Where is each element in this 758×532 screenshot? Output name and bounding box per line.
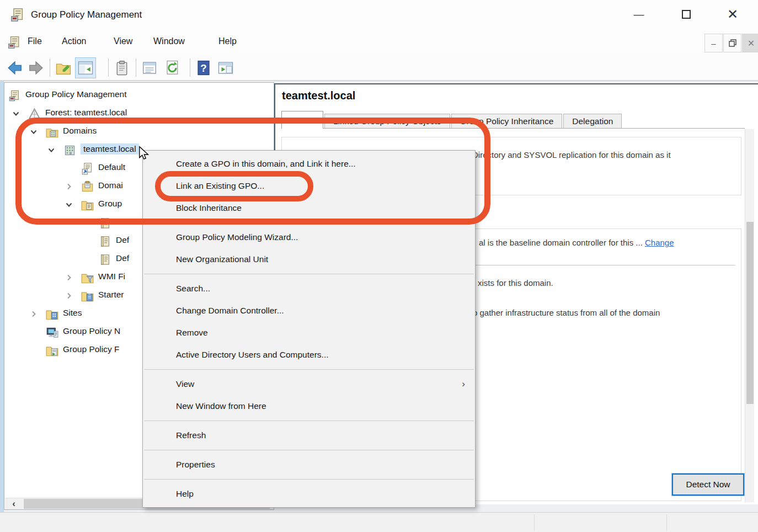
tree-item-label: Def bbox=[116, 253, 129, 263]
menu-item-label: New Window from Here bbox=[176, 401, 266, 411]
scroll-left-icon: ‹ bbox=[12, 498, 15, 509]
toolbar-separator bbox=[136, 58, 136, 77]
context-menu-item-new-organizational-unit[interactable]: New Organizational Unit bbox=[143, 248, 475, 270]
menu-item-label: Properties bbox=[176, 460, 215, 469]
menu-item-label: Help bbox=[176, 489, 194, 498]
context-menu-item-new-window-from-here[interactable]: New Window from Here bbox=[143, 395, 475, 417]
status-bar-divider bbox=[666, 514, 667, 531]
context-menu-item-active-directory-users-and-computers[interactable]: Active Directory Users and Computers... bbox=[143, 344, 475, 366]
tree-item-label: Sites bbox=[63, 308, 82, 318]
results-icon bbox=[46, 344, 58, 357]
mdi-close-icon: ✕ bbox=[748, 38, 755, 49]
expand-icon[interactable] bbox=[65, 273, 73, 282]
close-button[interactable]: ✕ bbox=[720, 3, 745, 25]
menu-separator bbox=[144, 450, 474, 450]
submenu-arrow-icon: › bbox=[462, 373, 465, 395]
gpo-icon bbox=[99, 253, 111, 266]
menu-item-label: New Organizational Unit bbox=[176, 254, 268, 264]
menu-item-label: Group Policy Modeling Wizard... bbox=[176, 232, 298, 242]
tree-item-label: Group Policy F bbox=[63, 344, 120, 354]
maximize-button[interactable] bbox=[674, 3, 698, 25]
modeling-icon bbox=[46, 326, 58, 339]
menu-file[interactable]: File bbox=[28, 36, 42, 46]
menu-view[interactable]: View bbox=[114, 36, 132, 46]
console-tree-icon[interactable] bbox=[77, 60, 94, 76]
scrollbar-thumb[interactable] bbox=[746, 222, 754, 404]
context-menu-item-remove[interactable]: Remove bbox=[143, 322, 475, 344]
menu-item-label: Remove bbox=[176, 328, 208, 337]
context-menu-item-refresh[interactable]: Refresh bbox=[143, 424, 475, 446]
context-menu-item-properties[interactable]: Properties bbox=[143, 454, 475, 476]
status-bar bbox=[0, 512, 758, 532]
export-icon[interactable] bbox=[55, 60, 72, 76]
properties-icon[interactable] bbox=[141, 60, 158, 76]
menu-separator bbox=[144, 369, 474, 370]
tree-item-label: Def bbox=[116, 235, 129, 245]
expand-icon[interactable] bbox=[65, 291, 73, 300]
vertical-scrollbar[interactable] bbox=[745, 129, 754, 502]
menu-help[interactable]: Help bbox=[218, 36, 237, 46]
menu-item-label: Active Directory Users and Computers... bbox=[176, 350, 329, 359]
wmi-icon bbox=[81, 272, 94, 284]
context-menu-item-view[interactable]: View› bbox=[143, 373, 475, 395]
annotation-highlight-link-existing-gpo bbox=[155, 171, 313, 201]
console-icon bbox=[7, 35, 22, 50]
collapse-icon[interactable] bbox=[12, 109, 20, 118]
toolbar: ? bbox=[0, 55, 758, 81]
sites-icon bbox=[46, 308, 58, 321]
restore-icon bbox=[729, 39, 736, 47]
scroll-left-button[interactable]: ‹ bbox=[5, 498, 23, 509]
mdi-close-button[interactable]: ✕ bbox=[742, 34, 758, 52]
minimize-button[interactable]: — bbox=[627, 3, 651, 25]
menu-item-label: Refresh bbox=[176, 430, 206, 440]
mdi-restore-button[interactable] bbox=[723, 34, 741, 52]
mdi-minimize-button[interactable]: – bbox=[704, 34, 723, 52]
status-exists-text: xists for this domain. bbox=[478, 278, 553, 288]
window-edge bbox=[0, 81, 4, 512]
context-menu-item-change-domain-controller[interactable]: Change Domain Controller... bbox=[143, 300, 475, 322]
close-icon: ✕ bbox=[727, 7, 738, 22]
starter-icon bbox=[81, 290, 94, 302]
menu-window[interactable]: Window bbox=[153, 36, 185, 46]
tree-item-group-policy-management[interactable]: Group Policy Management bbox=[4, 87, 273, 105]
menu-separator bbox=[144, 479, 474, 480]
expand-icon[interactable] bbox=[29, 310, 38, 318]
refresh-icon[interactable] bbox=[164, 60, 181, 76]
tab-delegation[interactable]: Delegation bbox=[563, 114, 622, 129]
toolbar-separator bbox=[50, 58, 50, 77]
new-window-icon[interactable] bbox=[217, 60, 234, 76]
menu-separator bbox=[144, 274, 474, 274]
gpm-icon bbox=[8, 89, 21, 102]
tree-item-label: WMI Fi bbox=[98, 272, 125, 281]
context-menu-item-search[interactable]: Search... bbox=[143, 278, 475, 300]
tree-item-label: Starter bbox=[98, 290, 124, 300]
toolbar-separator bbox=[108, 58, 109, 77]
app-icon bbox=[10, 7, 25, 23]
paste-icon[interactable] bbox=[114, 60, 130, 76]
toolbar-separator bbox=[190, 58, 190, 77]
domain-heading: teamtest.local bbox=[282, 89, 355, 102]
tree-item-label: Group Policy N bbox=[63, 326, 120, 336]
context-menu-item-help[interactable]: Help bbox=[143, 483, 475, 505]
status-intro-text: Directory and SYSVOL replication for thi… bbox=[472, 150, 671, 159]
menu-action[interactable]: Action bbox=[62, 36, 86, 46]
menu-item-label: Search... bbox=[176, 284, 210, 293]
detect-now-button[interactable]: Detect Now bbox=[672, 474, 744, 496]
title-bar: Group Policy Management — ✕ bbox=[0, 0, 758, 30]
maximize-icon bbox=[682, 10, 691, 19]
mdi-minimize-icon: – bbox=[711, 39, 716, 48]
menu-item-label: View bbox=[176, 379, 194, 389]
back-icon[interactable] bbox=[7, 60, 23, 76]
change-link[interactable]: Change bbox=[645, 238, 674, 247]
svg-text:?: ? bbox=[200, 62, 206, 74]
menu-item-label: Change Domain Controller... bbox=[176, 306, 284, 315]
tree-item-label: Forest: teamtest.local bbox=[45, 108, 127, 118]
mouse-cursor-icon bbox=[136, 146, 152, 161]
window-title: Group Policy Management bbox=[31, 9, 142, 20]
help-icon[interactable]: ? bbox=[195, 60, 212, 76]
gpo-icon bbox=[99, 235, 111, 248]
tree-item-label: Group Policy Management bbox=[25, 89, 127, 99]
forward-icon[interactable] bbox=[28, 60, 44, 76]
minimize-icon: — bbox=[634, 8, 644, 20]
context-menu-item-group-policy-modeling-wizard[interactable]: Group Policy Modeling Wizard... bbox=[143, 226, 475, 248]
